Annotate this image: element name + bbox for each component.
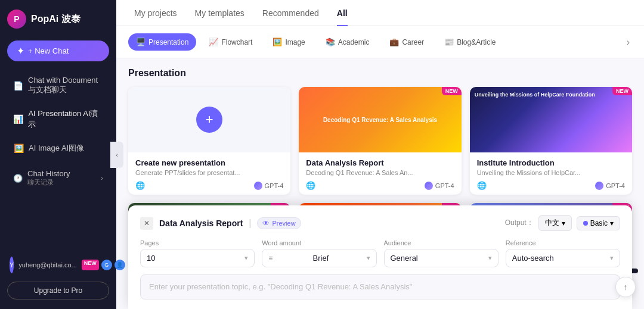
card-title-create: Create new presentation — [135, 158, 283, 167]
sidebar-item-image[interactable]: 🖼️ AI Image AI图像 — [7, 138, 109, 158]
filter-tab-image-label: Image — [285, 38, 305, 46]
sidebar-item-document[interactable]: 📄 Chat with Document 与文档聊天 — [7, 71, 109, 100]
gpt-dot-3 — [595, 182, 603, 190]
word-amount-arrow-icon: ▾ — [367, 254, 370, 262]
user-name: yuheng@qbitai.co... — [18, 261, 76, 269]
pages-value: 10 — [147, 254, 155, 263]
word-amount-select[interactable]: ≡ Brief ▾ — [262, 249, 376, 267]
filter-tab-presentation[interactable]: 🖥️ Presentation — [128, 33, 196, 51]
reference-select[interactable]: Auto-search ▾ — [506, 249, 620, 267]
card-thumb-institute: Unveiling the Missions of HelpCare Found… — [470, 87, 632, 152]
card-body-data-analysis: Data Analysis Report Decoding Q1 Revenue… — [299, 152, 461, 195]
filter-tab-flowchart[interactable]: 📈 Flowchart — [201, 33, 260, 51]
filter-more-button[interactable]: › — [624, 35, 632, 50]
history-sublabel: 聊天记录 — [27, 178, 70, 187]
preview-button[interactable]: 👁 Preview — [257, 217, 301, 229]
sidebar: P PopAi 波泰 ✦ + New Chat 📄 Chat with Docu… — [0, 0, 116, 309]
output-language-select[interactable]: 中文 ▾ — [538, 215, 572, 231]
word-amount-value: Brief — [313, 254, 329, 263]
gpt-label-3: GPT-4 — [606, 182, 625, 189]
history-left: 🕐 Chat History 聊天记录 — [13, 169, 70, 187]
topic-input[interactable]: Enter your presentation topic, e.g. "Dec… — [140, 274, 620, 299]
preview-label: Preview — [272, 220, 295, 227]
plus-icon: ✦ — [17, 45, 24, 57]
card-desc-institute: Unveiling the Missions of HelpCar... — [477, 169, 625, 176]
card-desc-data-analysis: Decoding Q1 Revenue: A Sales An... — [306, 169, 454, 176]
tab-my-projects[interactable]: My projects — [134, 8, 177, 26]
pages-label: Pages — [140, 239, 255, 246]
main-content: My projects My templates Recommended All… — [116, 0, 644, 309]
modal-close-button[interactable]: ✕ — [140, 217, 153, 230]
new-chat-button[interactable]: ✦ + New Chat — [7, 40, 109, 61]
audience-label: Audience — [384, 239, 499, 246]
create-plus-icon: + — [196, 107, 222, 133]
presentation-icon: 📊 — [13, 114, 23, 124]
audience-arrow-icon: ▾ — [488, 254, 492, 262]
top-navigation: My projects My templates Recommended All — [116, 0, 644, 26]
card-title-institute: Institute Introduction — [477, 158, 625, 167]
quality-chevron-icon: ▾ — [610, 219, 614, 227]
brief-icon: ≡ — [268, 254, 273, 263]
sidebar-bottom: Y yuheng@qbitai.co... NEW G 👤 Upgrade to… — [7, 253, 109, 299]
blog-tab-icon: 📰 — [444, 38, 454, 46]
history-icon: 🕐 — [13, 174, 23, 183]
card-body-institute: Institute Introduction Unveiling the Mis… — [470, 152, 632, 195]
logo-text: PopAi 波泰 — [31, 13, 80, 26]
tab-my-templates[interactable]: My templates — [195, 8, 244, 26]
sidebar-item-history[interactable]: 🕐 Chat History 聊天记录 › — [7, 164, 109, 192]
section-title: Presentation — [128, 68, 632, 79]
filter-tabs: 🖥️ Presentation 📈 Flowchart 🖼️ Image 📚 A… — [116, 26, 644, 58]
sidebar-item-presentation[interactable]: 📊 AI Presentation AI演示 — [7, 104, 109, 135]
eye-icon: 👁 — [262, 219, 270, 227]
sidebar-item-presentation-label: AI Presentation AI演示 — [28, 108, 103, 130]
gpt-dot-2 — [425, 182, 433, 190]
chevron-down-icon: ▾ — [562, 219, 565, 227]
filter-tab-career-label: Career — [402, 38, 424, 46]
new-chat-label: + New Chat — [28, 46, 69, 55]
filter-tab-presentation-label: Presentation — [148, 38, 188, 46]
upgrade-button[interactable]: Upgrade to Pro — [7, 282, 109, 299]
chevron-right-icon: › — [101, 174, 103, 182]
sidebar-item-document-label: Chat with Document 与文档聊天 — [28, 76, 103, 95]
academic-tab-icon: 📚 — [326, 38, 335, 46]
presentation-tab-icon: 🖥️ — [136, 38, 145, 46]
thumb-data-analysis-bg: Decoding Q1 Revenue: A Sales Analysis — [299, 87, 461, 152]
filter-tab-career[interactable]: 💼 Career — [382, 33, 432, 51]
career-tab-icon: 💼 — [389, 38, 399, 46]
user-info: Y yuheng@qbitai.co... NEW G 👤 — [7, 253, 109, 277]
card-footer-institute: 🌐 GPT-4 — [477, 181, 625, 190]
gpt-badge-create: GPT-4 — [254, 182, 284, 190]
gpt-dot — [254, 182, 262, 190]
output-language-value: 中文 — [545, 218, 559, 228]
globe-icon-2: 🌐 — [306, 181, 315, 190]
card-thumb-data-analysis: Decoding Q1 Revenue: A Sales Analysis NE… — [299, 87, 461, 152]
audience-select[interactable]: General ▾ — [384, 249, 499, 267]
filter-tab-image[interactable]: 🖼️ Image — [265, 33, 312, 51]
reference-value: Auto-search — [512, 254, 554, 263]
google-icon: G — [101, 260, 112, 270]
card-thumb-create: + — [128, 87, 290, 152]
pages-field: Pages 10 ▾ — [140, 239, 255, 267]
card-institute[interactable]: Unveiling the Missions of HelpCare Found… — [470, 87, 632, 195]
tab-all[interactable]: All — [337, 8, 348, 26]
sidebar-collapse-button[interactable]: ‹ — [110, 142, 123, 168]
card-body-create: Create new presentation Generate PPT/sli… — [128, 152, 290, 195]
image-tab-icon: 🖼️ — [273, 38, 282, 46]
filter-tab-academic-label: Academic — [338, 38, 370, 46]
pages-select[interactable]: 10 ▾ — [140, 249, 255, 267]
card-data-analysis[interactable]: Decoding Q1 Revenue: A Sales Analysis NE… — [299, 87, 461, 195]
scroll-up-button[interactable]: ↑ — [615, 277, 636, 297]
quality-select[interactable]: Basic ▾ — [577, 216, 620, 230]
filter-tab-blog-label: Blog&Article — [457, 38, 496, 46]
card-create-new[interactable]: + Create new presentation Generate PPT/s… — [128, 87, 290, 195]
reference-label: Reference — [506, 239, 620, 246]
filter-tab-blog[interactable]: 📰 Blog&Article — [436, 33, 503, 51]
word-amount-label: Word amount — [262, 239, 376, 246]
tab-recommended[interactable]: Recommended — [262, 8, 319, 26]
modal-divider: | — [249, 218, 251, 229]
image-icon: 🖼️ — [13, 143, 24, 154]
sidebar-logo: P PopAi 波泰 — [7, 10, 109, 29]
gpt-label-2: GPT-4 — [435, 182, 454, 189]
thumb-text-data-analysis: Decoding Q1 Revenue: A Sales Analysis — [320, 113, 441, 127]
filter-tab-academic[interactable]: 📚 Academic — [318, 33, 377, 51]
